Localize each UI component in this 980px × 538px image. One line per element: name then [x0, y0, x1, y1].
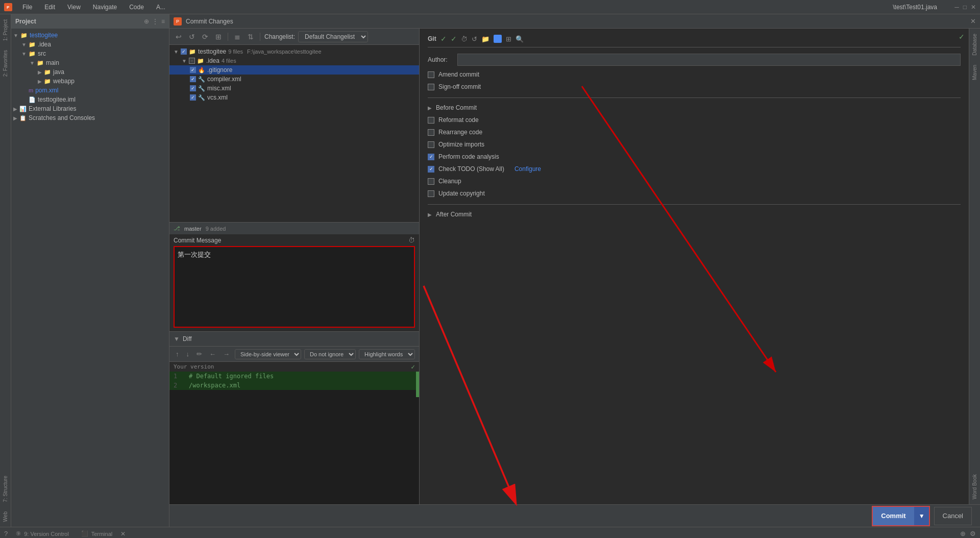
commit-root-checkbox[interactable]	[181, 48, 187, 55]
commit-compiler-row[interactable]: 🔧 compiler.xml	[169, 75, 419, 84]
tree-idea-label: .idea	[38, 41, 51, 48]
toolbar-filter-btn[interactable]: ⇅	[246, 32, 256, 42]
diff-lock-btn[interactable]: 🔒	[418, 349, 419, 359]
git-options-panel: Git ✓ ✓ ⏱ ↺ 📁 ⊞ 🔍 ✓	[420, 29, 969, 504]
commit-main-button[interactable]: Commit	[873, 507, 914, 525]
rearrange-checkbox[interactable]	[428, 129, 434, 136]
author-input[interactable]	[457, 54, 961, 66]
git-grid-icon: ⊞	[506, 35, 511, 43]
commit-vcs-row[interactable]: 🔧 vcs.xml	[169, 93, 419, 102]
toolbar-back-btn[interactable]: ↩	[174, 32, 184, 42]
svg-text:P: P	[7, 5, 10, 10]
commit-misc-checkbox[interactable]	[190, 85, 196, 91]
tree-idea[interactable]: ▼ 📁 .idea	[11, 40, 169, 49]
diff-ignore-select[interactable]: Do not ignore	[304, 349, 356, 359]
toolbar-sep2	[260, 33, 260, 41]
tree-root[interactable]: ▼ 📁 testtogitee	[11, 31, 169, 40]
menu-more[interactable]: A...	[154, 3, 167, 12]
diff-toolbar: ↑ ↓ ✏ ← → Side-by-side viewer Do not ign…	[169, 347, 419, 362]
reformat-checkbox[interactable]	[428, 117, 434, 124]
bottom-tab-terminal[interactable]: ⬛ Terminal	[77, 528, 117, 538]
configure-link[interactable]: Configure	[514, 165, 541, 173]
panel-icon-globe[interactable]: ⊕	[144, 18, 149, 25]
commit-message-input[interactable]: 第一次提交	[174, 246, 415, 328]
perform-analysis-row: Perform code analysis	[428, 152, 961, 161]
commit-gitignore-checkbox[interactable]	[190, 67, 196, 73]
diff-header: ▼ Diff	[169, 331, 419, 347]
menu-view[interactable]: View	[65, 3, 83, 12]
bottom-tab-vcs[interactable]: ⑨ 9: Version Control	[12, 528, 72, 538]
bottom-settings-icon[interactable]: ⚙	[970, 530, 976, 537]
tree-java[interactable]: ▶ 📁 java	[11, 67, 169, 77]
bottom-close-btn[interactable]: ✕	[120, 530, 126, 537]
bottom-globe-icon[interactable]: ⊕	[960, 530, 966, 537]
right-tabs: Database Maven Word Book	[969, 29, 980, 504]
git-panel-check-icon[interactable]: ✓	[959, 33, 965, 41]
toolbar-refresh-btn[interactable]: ⟳	[200, 32, 210, 42]
diff-title[interactable]: Diff	[183, 335, 192, 343]
commit-idea-checkbox[interactable]	[189, 58, 195, 64]
commit-compiler-checkbox[interactable]	[190, 76, 196, 82]
sidebar-tab-structure[interactable]: 7: Structure	[3, 473, 8, 505]
commit-message-icon[interactable]: ⏱	[408, 236, 415, 244]
tree-webapp[interactable]: ▶ 📁 webapp	[11, 77, 169, 86]
update-copyright-checkbox[interactable]	[428, 190, 434, 197]
diff-viewer-select[interactable]: Side-by-side viewer	[235, 349, 301, 359]
commit-idea-row[interactable]: ▼ 📁 .idea 4 files	[169, 56, 419, 65]
perform-analysis-checkbox[interactable]	[428, 154, 434, 160]
toolbar-sort-btn[interactable]: ≣	[232, 32, 242, 42]
project-panel: Project ⊕ ⋮ ≡ ▼ 📁 testtogitee ▼ 📁	[11, 14, 169, 527]
git-undo-icon: ↺	[472, 35, 477, 43]
diff-highlight-select[interactable]: Highlight words	[359, 349, 415, 359]
commit-vcs-checkbox[interactable]	[190, 94, 196, 101]
tree-scratches[interactable]: ▶ 📋 Scratches and Consoles	[11, 113, 169, 123]
optimize-checkbox[interactable]	[428, 141, 434, 148]
commit-root-row[interactable]: ▼ 📁 testtogitee 9 files F:\java_workspac…	[169, 47, 419, 56]
tree-extlibs[interactable]: ▶ 📊 External Libraries	[11, 104, 169, 113]
diff-line-num-2: 2	[174, 382, 189, 389]
diff-up-btn[interactable]: ↑	[174, 349, 181, 359]
tree-java-label: java	[53, 68, 64, 76]
sidebar-tab-favorites[interactable]: 2: Favorites	[3, 47, 8, 80]
right-tab-maven[interactable]: Maven	[972, 62, 977, 83]
changelist-select[interactable]: Default Changelist	[298, 31, 368, 42]
check-todo-checkbox[interactable]	[428, 166, 434, 173]
menu-code[interactable]: Code	[127, 3, 146, 12]
right-tab-database[interactable]: Database	[972, 31, 977, 59]
git-search-icon[interactable]: 🔍	[516, 35, 524, 43]
diff-collapse-icon[interactable]: ▼	[174, 335, 180, 343]
tree-root-label: testtogitee	[30, 32, 58, 39]
sign-off-checkbox[interactable]	[428, 84, 434, 90]
cleanup-checkbox[interactable]	[428, 178, 434, 185]
panel-collapse[interactable]: ≡	[161, 18, 165, 25]
tree-main[interactable]: ▼ 📁 main	[11, 58, 169, 67]
commit-gitignore-row[interactable]: 🔥 .gitignore	[169, 65, 419, 75]
tree-pom[interactable]: m pom.xml	[11, 86, 169, 95]
sidebar-tab-project[interactable]: 1: Project	[3, 16, 8, 44]
menu-file[interactable]: File	[20, 3, 34, 12]
tree-iml[interactable]: 📄 testtogitee.iml	[11, 95, 169, 104]
menu-edit[interactable]: Edit	[42, 3, 57, 12]
diff-prev-btn[interactable]: ←	[207, 349, 218, 359]
help-icon-bottom[interactable]: ?	[4, 530, 8, 537]
right-tab-wordbook[interactable]: Word Book	[972, 471, 977, 502]
reformat-label: Reformat code	[438, 116, 479, 124]
commit-dropdown-button[interactable]: ▼	[914, 507, 929, 525]
tree-src[interactable]: ▼ 📁 src	[11, 49, 169, 58]
diff-next-btn[interactable]: →	[221, 349, 232, 359]
window-title: \test\Test01.java	[893, 4, 937, 11]
cancel-button[interactable]: Cancel	[934, 507, 972, 525]
diff-down-btn[interactable]: ↓	[184, 349, 192, 359]
commit-message-label: Commit Message	[174, 237, 221, 244]
diff-edit-btn[interactable]: ✏	[194, 349, 204, 359]
amend-commit-row: Amend commit	[428, 70, 961, 79]
check-todo-label: Check TODO (Show All)	[438, 165, 504, 173]
amend-commit-checkbox[interactable]	[428, 71, 434, 78]
menu-navigate[interactable]: Navigate	[91, 3, 119, 12]
sidebar-tab-web[interactable]: Web	[3, 508, 8, 525]
commit-misc-row[interactable]: 🔧 misc.xml	[169, 84, 419, 93]
toolbar-undo-btn[interactable]: ↺	[187, 32, 197, 42]
panel-icon-settings[interactable]: ⋮	[152, 18, 158, 25]
commit-btn-group: Commit ▼	[872, 506, 929, 526]
toolbar-grid-btn[interactable]: ⊞	[213, 32, 224, 42]
